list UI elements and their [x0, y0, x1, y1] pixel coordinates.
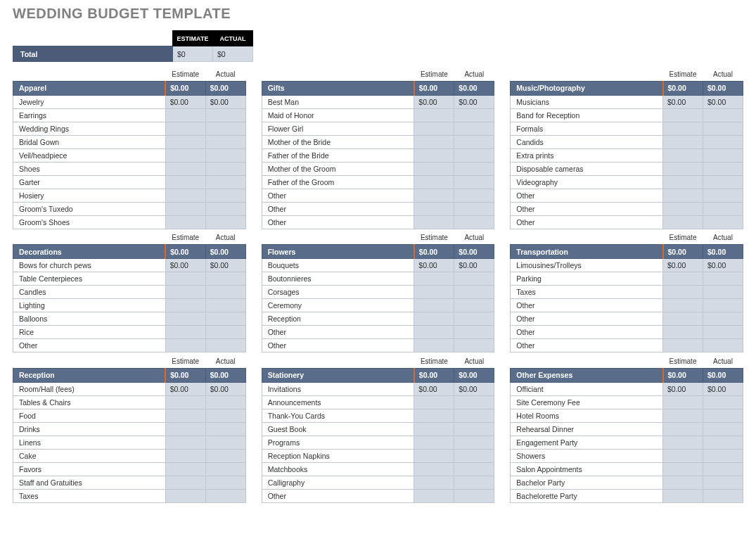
item-actual-cell[interactable] [454, 326, 494, 339]
item-estimate-cell[interactable] [165, 312, 205, 326]
item-estimate-cell[interactable] [165, 339, 205, 352]
item-estimate-cell[interactable] [414, 489, 454, 502]
item-actual-cell[interactable] [703, 148, 743, 162]
item-actual-cell[interactable] [205, 339, 245, 352]
item-actual-cell[interactable] [454, 409, 494, 422]
item-actual-cell[interactable] [205, 449, 245, 462]
item-estimate-cell[interactable] [414, 312, 454, 326]
item-actual-cell[interactable] [703, 162, 743, 175]
item-actual-cell[interactable] [703, 326, 743, 339]
item-estimate-cell[interactable] [663, 202, 703, 215]
item-estimate-cell[interactable] [165, 286, 205, 299]
item-actual-cell[interactable] [454, 108, 494, 122]
item-estimate-cell[interactable] [165, 476, 205, 489]
item-actual-cell[interactable] [205, 189, 245, 202]
item-estimate-cell[interactable] [663, 108, 703, 122]
item-actual-cell[interactable] [205, 135, 245, 148]
item-actual-cell[interactable]: $0.00 [205, 382, 245, 395]
item-actual-cell[interactable] [205, 489, 245, 502]
item-actual-cell[interactable] [454, 312, 494, 326]
item-actual-cell[interactable] [703, 395, 743, 409]
item-actual-cell[interactable] [454, 202, 494, 215]
item-estimate-cell[interactable] [414, 326, 454, 339]
item-estimate-cell[interactable] [414, 422, 454, 436]
item-actual-cell[interactable] [205, 286, 245, 299]
item-actual-cell[interactable]: $0.00 [454, 259, 494, 272]
item-actual-cell[interactable]: $0.00 [703, 259, 743, 272]
item-actual-cell[interactable] [205, 202, 245, 215]
item-actual-cell[interactable] [205, 162, 245, 175]
item-estimate-cell[interactable] [165, 215, 205, 229]
item-actual-cell[interactable] [703, 312, 743, 326]
item-estimate-cell[interactable] [165, 326, 205, 339]
item-estimate-cell[interactable] [165, 462, 205, 476]
item-actual-cell[interactable] [454, 135, 494, 148]
item-actual-cell[interactable] [454, 422, 494, 436]
item-estimate-cell[interactable]: $0.00 [663, 259, 703, 272]
item-estimate-cell[interactable]: $0.00 [165, 95, 205, 108]
item-estimate-cell[interactable] [414, 202, 454, 215]
item-estimate-cell[interactable] [663, 175, 703, 189]
item-actual-cell[interactable] [454, 449, 494, 462]
item-actual-cell[interactable] [454, 215, 494, 229]
item-actual-cell[interactable]: $0.00 [703, 95, 743, 108]
item-actual-cell[interactable] [454, 462, 494, 476]
item-estimate-cell[interactable] [663, 476, 703, 489]
item-estimate-cell[interactable] [663, 215, 703, 229]
item-estimate-cell[interactable] [165, 189, 205, 202]
item-estimate-cell[interactable] [165, 108, 205, 122]
item-actual-cell[interactable] [454, 476, 494, 489]
item-actual-cell[interactable] [703, 422, 743, 436]
item-actual-cell[interactable] [703, 272, 743, 286]
item-actual-cell[interactable] [205, 272, 245, 286]
item-actual-cell[interactable]: $0.00 [703, 382, 743, 395]
item-actual-cell[interactable] [703, 122, 743, 135]
item-estimate-cell[interactable] [165, 162, 205, 175]
item-actual-cell[interactable] [205, 409, 245, 422]
item-actual-cell[interactable] [454, 395, 494, 409]
item-estimate-cell[interactable] [165, 175, 205, 189]
item-actual-cell[interactable] [205, 148, 245, 162]
item-actual-cell[interactable] [454, 162, 494, 175]
item-actual-cell[interactable] [205, 215, 245, 229]
item-actual-cell[interactable] [454, 489, 494, 502]
item-actual-cell[interactable] [703, 299, 743, 312]
item-actual-cell[interactable] [205, 312, 245, 326]
item-estimate-cell[interactable] [165, 489, 205, 502]
item-estimate-cell[interactable]: $0.00 [414, 382, 454, 395]
item-actual-cell[interactable] [454, 286, 494, 299]
item-actual-cell[interactable] [703, 215, 743, 229]
item-estimate-cell[interactable]: $0.00 [663, 95, 703, 108]
item-actual-cell[interactable] [205, 422, 245, 436]
item-actual-cell[interactable] [454, 122, 494, 135]
item-estimate-cell[interactable] [414, 449, 454, 462]
item-actual-cell[interactable] [703, 449, 743, 462]
item-actual-cell[interactable] [205, 175, 245, 189]
item-actual-cell[interactable] [454, 272, 494, 286]
item-estimate-cell[interactable] [414, 286, 454, 299]
item-actual-cell[interactable] [454, 339, 494, 352]
item-estimate-cell[interactable] [165, 449, 205, 462]
item-estimate-cell[interactable] [414, 175, 454, 189]
item-estimate-cell[interactable] [414, 462, 454, 476]
item-estimate-cell[interactable] [663, 135, 703, 148]
item-actual-cell[interactable] [454, 436, 494, 449]
item-estimate-cell[interactable] [663, 409, 703, 422]
item-estimate-cell[interactable] [663, 162, 703, 175]
item-estimate-cell[interactable] [414, 299, 454, 312]
item-actual-cell[interactable] [703, 108, 743, 122]
item-actual-cell[interactable] [205, 436, 245, 449]
item-estimate-cell[interactable] [663, 122, 703, 135]
item-actual-cell[interactable] [703, 409, 743, 422]
item-estimate-cell[interactable] [663, 422, 703, 436]
item-estimate-cell[interactable]: $0.00 [165, 259, 205, 272]
item-actual-cell[interactable] [205, 326, 245, 339]
item-estimate-cell[interactable] [165, 148, 205, 162]
item-estimate-cell[interactable] [663, 148, 703, 162]
item-estimate-cell[interactable] [414, 395, 454, 409]
item-actual-cell[interactable] [703, 339, 743, 352]
item-estimate-cell[interactable] [663, 272, 703, 286]
item-estimate-cell[interactable] [165, 202, 205, 215]
item-estimate-cell[interactable]: $0.00 [414, 95, 454, 108]
item-estimate-cell[interactable] [663, 449, 703, 462]
